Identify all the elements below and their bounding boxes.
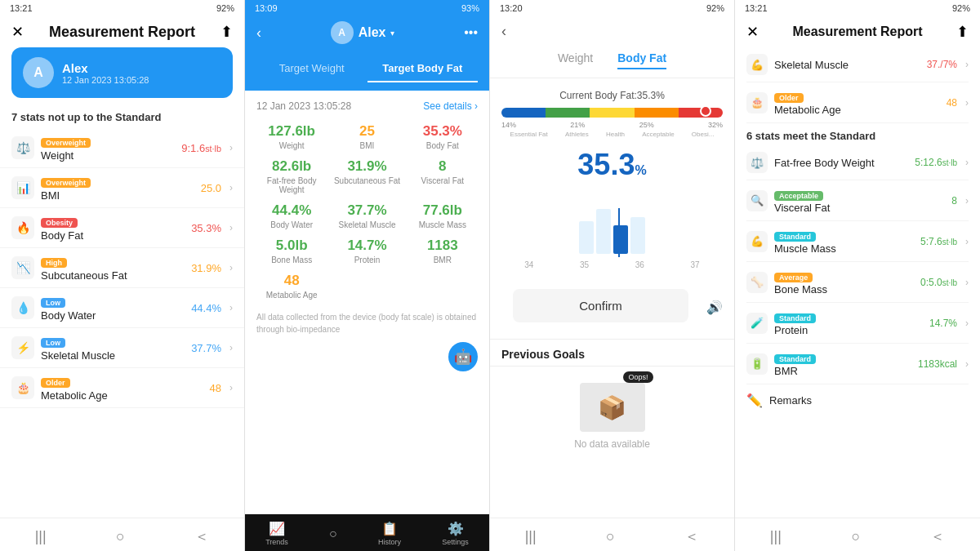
nav-menu-icon[interactable]: ||| (35, 528, 47, 545)
list-item[interactable]: 🔍 Acceptable Visceral Fat 8 › (746, 180, 969, 221)
back-icon-2[interactable]: ‹ (256, 24, 261, 42)
tab-bodyfat[interactable]: Body Fat (617, 51, 666, 69)
stat-label-4: BMR (774, 365, 911, 377)
list-item[interactable]: 📉 High Subcutaneous Fat 31.9% › (0, 248, 244, 288)
close-icon-4[interactable]: ✕ (746, 23, 759, 41)
stat-value-4: 37./7% (927, 59, 957, 70)
axis-35: 35 (580, 260, 589, 269)
confirm-button[interactable]: Confirm (513, 289, 688, 322)
stat-value: 44.4% (191, 302, 221, 314)
stat-value-4: 5:7.6st·lb (920, 236, 957, 247)
chevron-right-icon: › (229, 262, 233, 273)
nav-home-icon-3[interactable]: ○ (606, 528, 615, 545)
nav-home-icon[interactable]: ○ (116, 528, 125, 545)
list-item[interactable]: 🧪 Standard Protein 14.7% › (746, 303, 969, 344)
label-25: 25% (639, 121, 654, 129)
time-2: 13:09 (255, 3, 278, 13)
metric-value: 37.7% (332, 202, 402, 219)
label-32: 32% (708, 121, 723, 129)
no-data-label: No data available (574, 438, 650, 450)
list-item[interactable]: 🔋 Standard BMR 1183kcal › (746, 344, 969, 384)
nav-back-icon-3[interactable]: ＜ (684, 527, 699, 546)
nav-menu-icon-4[interactable]: ||| (770, 528, 782, 545)
seg-essential (501, 108, 546, 118)
stat-info: High Subcutaneous Fat (41, 254, 185, 282)
axis-labels-3: 34 35 36 37 (501, 260, 723, 269)
list-item[interactable]: 💪 Standard Muscle Mass 5:7.6st·lb › (746, 221, 969, 262)
metric-label: Subcutaneous Fat (332, 176, 402, 185)
oops-label: Oops! (623, 371, 653, 383)
list-item[interactable]: 🔥 Obesity Body Fat 35.3% › (0, 208, 244, 248)
stat-label: Body Fat (41, 229, 185, 242)
metric-label: BMI (332, 141, 402, 150)
chevron-right-icon-4: › (965, 97, 969, 109)
share-icon-4[interactable]: ⬆ (956, 23, 969, 41)
chevron-right-icon-4: › (965, 358, 969, 370)
weight-icon: ⚖️ (11, 136, 34, 159)
see-details-link[interactable]: See details › (423, 100, 478, 112)
list-item[interactable]: 🎂 Older Metabolic Age 48 › (746, 82, 969, 123)
skelmuscle-icon-4: 💪 (746, 54, 768, 75)
big-value-3: 35.3% (501, 148, 723, 182)
list-item[interactable]: ⚖️ Fat-free Body Weight 5:12.6st·lb › (746, 145, 969, 180)
stat-info-4: Standard BMR (774, 350, 911, 377)
list-item[interactable]: 🦴 Average Bone Mass 0:5.0st·lb › (746, 262, 969, 303)
seg-health (590, 108, 634, 118)
bodywater-icon: 💧 (11, 296, 34, 319)
badge-standard-4: Standard (774, 313, 816, 323)
sound-icon[interactable]: 🔊 (706, 300, 723, 315)
list-item[interactable]: ⚖️ Overweight Weight 9:1.6st·lb › (0, 128, 244, 168)
nav-back-icon[interactable]: ＜ (194, 527, 209, 546)
metric-value: 44.4% (256, 202, 327, 219)
metric-label: Fat-free Body Weight (256, 176, 327, 194)
metric-weight: 127.6lb Weight (256, 123, 327, 150)
bot-icon[interactable]: 🤖 (448, 342, 478, 371)
user-card-1: A Alex 12 Jan 2023 13:05:28 (11, 47, 233, 98)
sublabel-essential: Essential Fat (510, 131, 548, 138)
nav-trends[interactable]: 📈 Trends (265, 521, 288, 546)
stat-label-4: Bone Mass (774, 283, 914, 295)
back-icon-3[interactable]: ‹ (501, 23, 506, 40)
remarks-row[interactable]: ✏️ Remarks (746, 384, 969, 416)
tab-weight[interactable]: Weight (558, 51, 593, 69)
nav-home-icon-4[interactable]: ○ (852, 528, 861, 545)
home-icon: ○ (329, 527, 337, 541)
nav-bar-3: ||| ○ ＜ (490, 518, 734, 551)
skelmuscle-icon: ⚡ (11, 336, 34, 359)
share-icon[interactable]: ⬆ (220, 23, 233, 41)
close-icon[interactable]: ✕ (11, 23, 24, 41)
nav-settings[interactable]: ⚙️ Settings (442, 521, 469, 546)
header-2: ‹ A Alex ▾ ••• (245, 16, 489, 56)
metric-value: 82.6lb (256, 158, 327, 175)
chevron-right-icon: › (229, 382, 233, 393)
more-icon[interactable]: ••• (464, 25, 478, 40)
nav-back-icon-4[interactable]: ＜ (930, 527, 945, 546)
list-item[interactable]: ⚡ Low Skeletal Muscle 37.7% › (0, 328, 244, 368)
tab-target-bodyfat[interactable]: Target Body Fat (368, 56, 479, 82)
tab-target-weight[interactable]: Target Weight (256, 56, 368, 82)
stat-info-4: Average Bone Mass (774, 269, 914, 295)
list-item[interactable]: 🎂 Older Metabolic Age 48 › (0, 368, 244, 408)
list-item[interactable]: 💧 Low Body Water 44.4% › (0, 288, 244, 328)
list-item[interactable]: 💪 Skeletal Muscle 37./7% › (746, 47, 969, 82)
metric-value: 77.6lb (408, 202, 478, 219)
metabolicage-icon: 🎂 (11, 376, 34, 399)
badge-high: High (41, 258, 67, 268)
list-item[interactable]: 📊 Overweight BMI 25.0 › (0, 168, 244, 208)
nav-menu-icon-3[interactable]: ||| (525, 528, 537, 545)
status-bar-4: 13:21 92% (735, 0, 980, 16)
bar-1 (579, 221, 594, 254)
nav-history[interactable]: 📋 History (378, 521, 401, 546)
header-1: ✕ Measurement Report ⬆ (0, 16, 244, 47)
badge-overweight: Overweight (41, 138, 91, 148)
sublabel-athletes: Athletes (565, 131, 589, 138)
chart-area-3: Current Body Fat:35.3% 14% 21% 25% 32% E… (490, 78, 734, 289)
metric-label: Skeletal Muscle (332, 220, 402, 229)
avatar-2: A (331, 21, 354, 44)
metric-ffbw: 82.6lb Fat-free Body Weight (256, 158, 327, 194)
metric-label: Weight (256, 141, 327, 150)
nav-home-2[interactable]: ○ (329, 527, 337, 541)
chevron-right-icon: › (229, 142, 233, 153)
badge-standard-4: Standard (774, 354, 816, 364)
badge-overweight: Overweight (41, 178, 91, 188)
